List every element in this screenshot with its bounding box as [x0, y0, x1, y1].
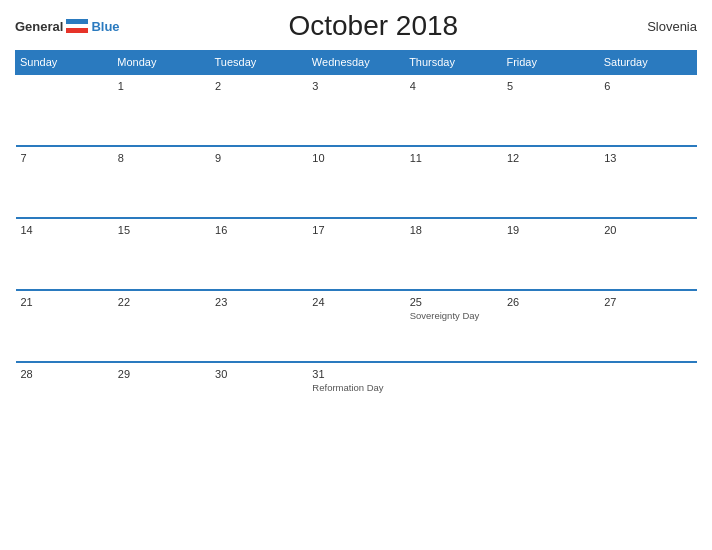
calendar-cell: 26 — [502, 290, 599, 362]
calendar-table: Sunday Monday Tuesday Wednesday Thursday… — [15, 50, 697, 434]
calendar-cell: 9 — [210, 146, 307, 218]
calendar-cell: 14 — [16, 218, 113, 290]
day-number: 13 — [604, 152, 691, 164]
calendar-cell: 19 — [502, 218, 599, 290]
day-number: 28 — [21, 368, 108, 380]
calendar-cell: 8 — [113, 146, 210, 218]
calendar-cell: 6 — [599, 74, 696, 146]
col-monday: Monday — [113, 51, 210, 75]
svg-rect-2 — [66, 28, 88, 33]
day-number: 21 — [21, 296, 108, 308]
day-number: 5 — [507, 80, 594, 92]
calendar-cell: 27 — [599, 290, 696, 362]
calendar-cell: 12 — [502, 146, 599, 218]
day-number: 11 — [410, 152, 497, 164]
day-number: 3 — [312, 80, 399, 92]
calendar-cell: 30 — [210, 362, 307, 434]
day-number: 2 — [215, 80, 302, 92]
calendar-cell: 13 — [599, 146, 696, 218]
holiday-name: Reformation Day — [312, 382, 399, 393]
calendar-week-row: 78910111213 — [16, 146, 697, 218]
calendar-cell: 1 — [113, 74, 210, 146]
col-wednesday: Wednesday — [307, 51, 404, 75]
calendar-cell: 20 — [599, 218, 696, 290]
day-number: 1 — [118, 80, 205, 92]
day-number: 9 — [215, 152, 302, 164]
calendar-cell: 29 — [113, 362, 210, 434]
calendar-cell — [405, 362, 502, 434]
calendar-page: General Blue October 2018 Slovenia Sunda… — [0, 0, 712, 550]
calendar-cell: 21 — [16, 290, 113, 362]
day-number: 26 — [507, 296, 594, 308]
day-number: 30 — [215, 368, 302, 380]
calendar-cell: 10 — [307, 146, 404, 218]
calendar-cell: 23 — [210, 290, 307, 362]
day-number: 31 — [312, 368, 399, 380]
calendar-cell: 16 — [210, 218, 307, 290]
day-number: 18 — [410, 224, 497, 236]
calendar-week-row: 123456 — [16, 74, 697, 146]
svg-rect-1 — [66, 24, 88, 28]
calendar-cell: 28 — [16, 362, 113, 434]
calendar-cell: 2 — [210, 74, 307, 146]
holiday-name: Sovereignty Day — [410, 310, 497, 321]
calendar-cell: 3 — [307, 74, 404, 146]
calendar-cell: 18 — [405, 218, 502, 290]
col-tuesday: Tuesday — [210, 51, 307, 75]
calendar-cell: 4 — [405, 74, 502, 146]
calendar-cell — [16, 74, 113, 146]
day-number: 14 — [21, 224, 108, 236]
day-number: 12 — [507, 152, 594, 164]
calendar-title: October 2018 — [120, 10, 627, 42]
calendar-cell: 5 — [502, 74, 599, 146]
day-number: 22 — [118, 296, 205, 308]
day-number: 7 — [21, 152, 108, 164]
weekday-header-row: Sunday Monday Tuesday Wednesday Thursday… — [16, 51, 697, 75]
calendar-cell: 11 — [405, 146, 502, 218]
calendar-cell: 7 — [16, 146, 113, 218]
day-number: 27 — [604, 296, 691, 308]
col-thursday: Thursday — [405, 51, 502, 75]
day-number: 20 — [604, 224, 691, 236]
calendar-cell — [599, 362, 696, 434]
logo-flag-icon — [66, 19, 88, 33]
calendar-header: General Blue October 2018 Slovenia — [15, 10, 697, 42]
calendar-week-row: 28293031Reformation Day — [16, 362, 697, 434]
calendar-cell: 22 — [113, 290, 210, 362]
logo-blue: Blue — [91, 19, 119, 34]
calendar-week-row: 2122232425Sovereignty Day2627 — [16, 290, 697, 362]
calendar-cell: 17 — [307, 218, 404, 290]
calendar-cell: 24 — [307, 290, 404, 362]
col-sunday: Sunday — [16, 51, 113, 75]
svg-rect-0 — [66, 19, 88, 24]
day-number: 4 — [410, 80, 497, 92]
day-number: 6 — [604, 80, 691, 92]
logo-general: General — [15, 19, 63, 34]
logo: General Blue — [15, 19, 120, 34]
day-number: 15 — [118, 224, 205, 236]
day-number: 25 — [410, 296, 497, 308]
col-saturday: Saturday — [599, 51, 696, 75]
country-name: Slovenia — [627, 19, 697, 34]
calendar-cell: 31Reformation Day — [307, 362, 404, 434]
calendar-cell — [502, 362, 599, 434]
calendar-week-row: 14151617181920 — [16, 218, 697, 290]
day-number: 19 — [507, 224, 594, 236]
calendar-cell: 15 — [113, 218, 210, 290]
col-friday: Friday — [502, 51, 599, 75]
day-number: 17 — [312, 224, 399, 236]
day-number: 8 — [118, 152, 205, 164]
day-number: 24 — [312, 296, 399, 308]
day-number: 10 — [312, 152, 399, 164]
day-number: 16 — [215, 224, 302, 236]
day-number: 29 — [118, 368, 205, 380]
day-number: 23 — [215, 296, 302, 308]
calendar-cell: 25Sovereignty Day — [405, 290, 502, 362]
